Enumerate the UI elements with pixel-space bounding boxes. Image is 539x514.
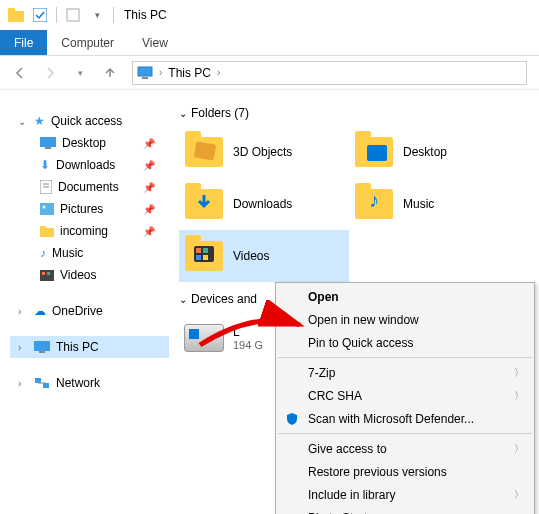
folder-3d-objects[interactable]: 3D Objects	[179, 126, 349, 178]
expand-icon[interactable]: ›	[18, 342, 28, 353]
menu-label: Scan with Microsoft Defender...	[308, 412, 474, 426]
folder-label: Downloads	[233, 197, 292, 211]
sidebar-label: Videos	[60, 268, 96, 282]
sidebar-quick-access[interactable]: ⌄ ★ Quick access	[10, 110, 169, 132]
up-button[interactable]	[96, 60, 124, 86]
menu-separator	[278, 433, 532, 434]
folder-desktop[interactable]: Desktop	[349, 126, 519, 178]
menu-label: 7-Zip	[308, 366, 335, 380]
music-icon: ♪	[40, 246, 46, 260]
folder-videos[interactable]: Videos	[179, 230, 349, 282]
menu-7zip[interactable]: 7-Zip〉	[276, 361, 534, 384]
cloud-icon: ☁	[34, 304, 46, 318]
chevron-icon[interactable]: ›	[217, 67, 220, 78]
menu-label: Include in library	[308, 488, 395, 502]
shield-icon	[284, 411, 300, 427]
sidebar-label: Desktop	[62, 136, 106, 150]
context-menu: Open Open in new window Pin to Quick acc…	[275, 282, 535, 514]
pc-icon	[137, 66, 153, 80]
svg-rect-13	[40, 228, 54, 237]
menu-separator	[278, 357, 532, 358]
menu-give-access[interactable]: Give access to〉	[276, 437, 534, 460]
svg-rect-20	[35, 378, 41, 383]
forward-button[interactable]	[36, 60, 64, 86]
folder-icon	[183, 235, 225, 277]
folder-icon	[7, 6, 25, 24]
sidebar-item-incoming[interactable]: incoming📌	[10, 220, 169, 242]
back-button[interactable]	[6, 60, 34, 86]
pin-icon: 📌	[143, 226, 155, 237]
menu-pin-quick-access[interactable]: Pin to Quick access	[276, 331, 534, 354]
sidebar-item-music[interactable]: ♪Music	[10, 242, 169, 264]
pin-icon: 📌	[143, 204, 155, 215]
svg-rect-1	[8, 8, 15, 12]
crumb-root[interactable]: This PC	[168, 66, 211, 80]
section-label: Folders (7)	[191, 106, 249, 120]
folder-icon	[183, 183, 225, 225]
svg-rect-5	[142, 77, 148, 79]
menu-include-library[interactable]: Include in library〉	[276, 483, 534, 506]
desktop-icon	[40, 137, 56, 149]
sidebar-item-desktop[interactable]: Desktop📌	[10, 132, 169, 154]
menu-label: Pin to Start	[308, 511, 367, 515]
drive-icon	[183, 317, 225, 359]
dropdown-icon[interactable]: ▾	[88, 6, 106, 24]
svg-rect-15	[40, 270, 54, 281]
sidebar-onedrive[interactable]: ›☁OneDrive	[10, 300, 169, 322]
network-icon	[34, 377, 50, 389]
sidebar-item-videos[interactable]: Videos	[10, 264, 169, 286]
menu-crc-sha[interactable]: CRC SHA〉	[276, 384, 534, 407]
folder-label: Videos	[233, 249, 269, 263]
recent-dropdown[interactable]: ▾	[66, 60, 94, 86]
svg-point-12	[43, 206, 46, 209]
sidebar-label: incoming	[60, 224, 108, 238]
sidebar-network[interactable]: ›Network	[10, 372, 169, 394]
drive-size: 194 G	[233, 339, 263, 351]
sidebar-this-pc[interactable]: ›This PC	[10, 336, 169, 358]
folder-icon: ♪	[353, 183, 395, 225]
tab-computer[interactable]: Computer	[47, 30, 128, 55]
svg-rect-6	[40, 137, 56, 147]
folder-icon	[183, 131, 225, 173]
menu-label: Open in new window	[308, 313, 419, 327]
menu-open-new-window[interactable]: Open in new window	[276, 308, 534, 331]
chevron-down-icon: ⌄	[179, 108, 187, 119]
section-folders[interactable]: ⌄Folders (7)	[179, 106, 539, 120]
separator	[56, 7, 57, 23]
sidebar-label: Pictures	[60, 202, 103, 216]
expand-icon[interactable]: ⌄	[18, 116, 28, 127]
expand-icon[interactable]: ›	[18, 378, 28, 389]
expand-icon[interactable]: ›	[18, 306, 28, 317]
menu-restore[interactable]: Restore previous versions	[276, 460, 534, 483]
svg-rect-16	[42, 272, 45, 275]
sidebar-item-downloads[interactable]: ⬇Downloads📌	[10, 154, 169, 176]
menu-label: Open	[308, 290, 339, 304]
folder-label: Desktop	[403, 145, 447, 159]
menu-defender[interactable]: Scan with Microsoft Defender...	[276, 407, 534, 430]
tab-file[interactable]: File	[0, 30, 47, 55]
breadcrumb[interactable]: › This PC ›	[132, 61, 527, 85]
chevron-down-icon: ⌄	[179, 294, 187, 305]
menu-label: Give access to	[308, 442, 387, 456]
folder-music[interactable]: ♪Music	[349, 178, 519, 230]
folder-downloads[interactable]: Downloads	[179, 178, 349, 230]
svg-rect-7	[45, 147, 51, 149]
save-icon[interactable]	[31, 6, 49, 24]
star-icon: ★	[34, 114, 45, 128]
sidebar-label: Music	[52, 246, 83, 260]
sidebar-item-pictures[interactable]: Pictures📌	[10, 198, 169, 220]
properties-icon[interactable]	[64, 6, 82, 24]
svg-rect-2	[33, 8, 47, 22]
drive-label: L	[233, 325, 263, 339]
menu-open[interactable]: Open	[276, 285, 534, 308]
folder-label: 3D Objects	[233, 145, 292, 159]
chevron-icon[interactable]: ›	[159, 67, 162, 78]
svg-rect-21	[43, 383, 49, 388]
sidebar-label: Downloads	[56, 158, 115, 172]
menu-label: Pin to Quick access	[308, 336, 413, 350]
sidebar-label: Quick access	[51, 114, 122, 128]
menu-pin-start[interactable]: Pin to Start	[276, 506, 534, 514]
tab-view[interactable]: View	[128, 30, 182, 55]
sidebar-item-documents[interactable]: Documents📌	[10, 176, 169, 198]
menu-label: CRC SHA	[308, 389, 362, 403]
